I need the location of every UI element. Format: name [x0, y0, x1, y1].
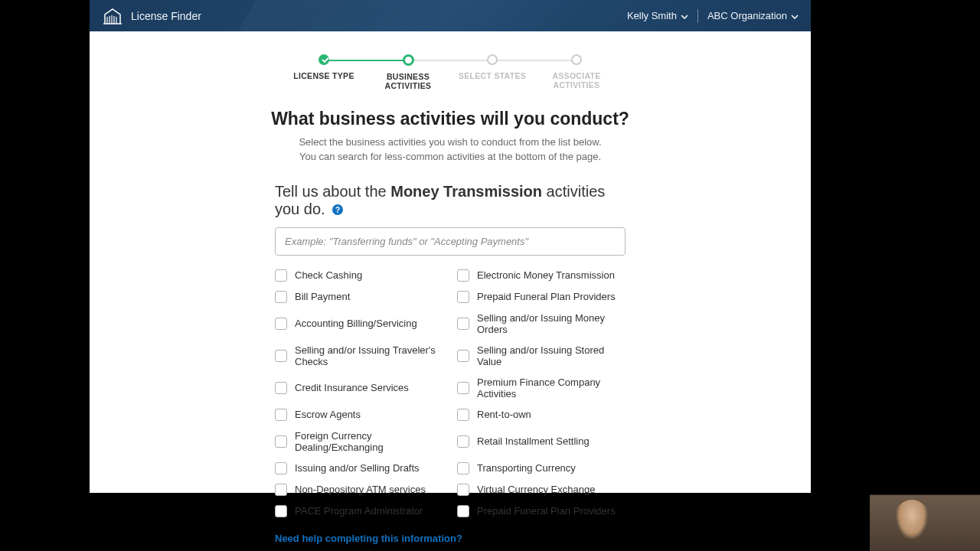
check-icon [322, 56, 328, 63]
user-menu[interactable]: Kelly Smith [627, 10, 688, 21]
page-heading: What business activities will you conduc… [90, 109, 811, 129]
activity-option[interactable]: Selling and/or Issuing Money Orders [457, 312, 626, 335]
activity-search-input[interactable] [275, 227, 626, 256]
help-link[interactable]: Need help completing this information? [275, 533, 462, 544]
checkbox[interactable] [457, 462, 469, 474]
app-title: License Finder [131, 10, 201, 22]
webcam-overlay [870, 494, 980, 551]
activity-option[interactable]: Issuing and/or Selling Drafts [275, 462, 443, 474]
activities-grid: Check Cashing Electronic Money Transmiss… [275, 269, 626, 517]
checkbox[interactable] [275, 350, 287, 362]
chevron-down-icon [791, 10, 799, 21]
chevron-down-icon [681, 10, 688, 21]
org-menu[interactable]: ABC Organization [707, 10, 799, 21]
separator [697, 9, 698, 23]
checkbox[interactable] [275, 505, 287, 517]
help-icon[interactable]: ? [332, 204, 343, 215]
activity-option[interactable]: Transporting Currency [457, 462, 626, 474]
presenter-face [893, 500, 931, 544]
activity-option[interactable]: Electronic Money Transmission [457, 269, 626, 282]
checkbox[interactable] [275, 269, 287, 282]
checkbox[interactable] [275, 291, 287, 303]
activity-option[interactable]: Prepaid Funeral Plan Providers [457, 291, 626, 303]
logo: License Finder [102, 7, 201, 25]
checkbox[interactable] [457, 435, 469, 448]
activities-col-left: Check Cashing [275, 269, 443, 282]
header-right: Kelly Smith ABC Organization [627, 9, 799, 23]
checkbox[interactable] [457, 291, 469, 303]
checkbox[interactable] [275, 409, 287, 421]
step-label: LICENSE TYPE [293, 71, 354, 80]
activity-option[interactable]: Selling and/or Issuing Traveler's Checks [275, 344, 443, 367]
checkbox[interactable] [457, 318, 469, 330]
activity-option[interactable]: Escrow Agents [275, 409, 443, 421]
org-name: ABC Organization [707, 10, 787, 21]
step-label: ASSOCIATE ACTIVITIES [534, 71, 619, 90]
activity-option[interactable]: Retail Installment Settling [457, 430, 626, 453]
section-prompt: Tell us about the Money Transmission act… [275, 183, 626, 218]
page-subheading: Select the business activities you wish … [90, 135, 811, 165]
activity-option[interactable]: Prepaid Funeral Plan Providers [457, 505, 626, 517]
activity-option[interactable]: Credit Insurance Services [275, 377, 443, 399]
content: LICENSE TYPE BUSINESS ACTIVITIES SELECT … [90, 31, 811, 551]
checkbox[interactable] [457, 409, 469, 421]
checkbox[interactable] [457, 484, 469, 496]
checkbox[interactable] [275, 462, 287, 474]
step-label: BUSINESS ACTIVITIES [366, 72, 450, 90]
activities-col-right: Electronic Money Transmission [457, 269, 626, 282]
form-main: Tell us about the Money Transmission act… [275, 183, 626, 551]
step-select-states: SELECT STATES [450, 54, 534, 80]
activity-option[interactable]: Non-Depository ATM services [275, 484, 443, 496]
activity-option[interactable]: Check Cashing [275, 269, 443, 282]
page-title: What business activities will you conduc… [90, 109, 811, 129]
activity-option[interactable]: Selling and/or Issuing Stored Value [457, 344, 626, 367]
activity-option[interactable]: Rent-to-own [457, 409, 626, 421]
activity-option[interactable]: Bill Payment [275, 291, 443, 303]
step-license-type[interactable]: LICENSE TYPE [282, 54, 366, 80]
checkbox[interactable] [275, 318, 287, 330]
checkbox[interactable] [275, 382, 287, 394]
nmls-logo-icon [102, 7, 123, 25]
step-label: SELECT STATES [459, 71, 526, 80]
stepper: LICENSE TYPE BUSINESS ACTIVITIES SELECT … [90, 54, 811, 90]
checkbox[interactable] [457, 350, 469, 362]
app-header: License Finder Kelly Smith ABC Organizat… [90, 0, 811, 31]
checkbox[interactable] [275, 435, 287, 448]
activity-option[interactable]: Foreign Currency Dealing/Exchanging [275, 430, 443, 453]
app-window: License Finder Kelly Smith ABC Organizat… [90, 0, 811, 493]
activity-option[interactable]: Accounting Billing/Servicing [275, 312, 443, 335]
checkbox[interactable] [457, 505, 469, 517]
activity-option[interactable]: PACE Program Administrator [275, 505, 443, 517]
user-name: Kelly Smith [627, 10, 677, 21]
activity-option[interactable]: Virtual Currency Exchange [457, 484, 626, 496]
checkbox[interactable] [457, 382, 469, 394]
activity-option[interactable]: Premium Finance Company Activities [457, 377, 626, 399]
checkbox[interactable] [457, 269, 469, 282]
checkbox[interactable] [275, 484, 287, 496]
